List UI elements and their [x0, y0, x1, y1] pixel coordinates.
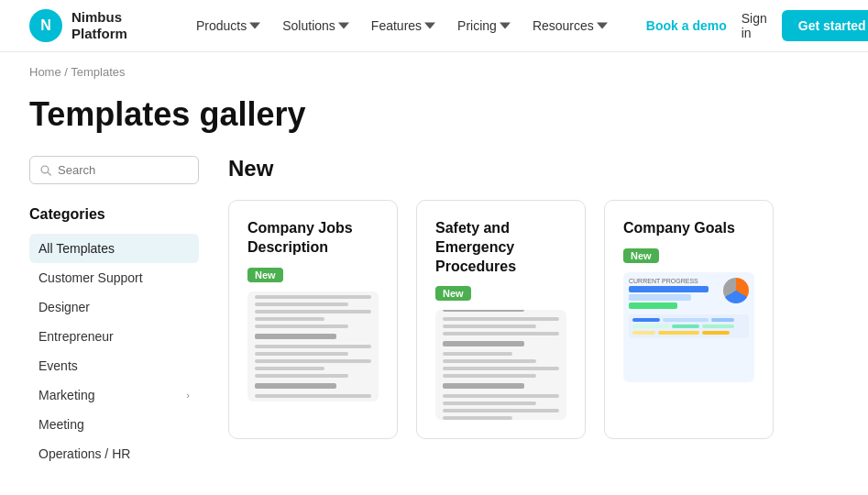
- nav-links: Products Solutions Features Pricing Reso…: [187, 13, 617, 38]
- brand-name: Nimbus Platform: [71, 9, 127, 42]
- sign-in-button[interactable]: Sign in: [742, 11, 767, 40]
- logo-area: N Nimbus Platform: [29, 9, 158, 42]
- cards-grid: Company Jobs Description New: [228, 200, 839, 439]
- card-safety-emergency[interactable]: Safety and Emergency Procedures New: [416, 200, 586, 439]
- card-company-jobs[interactable]: Company Jobs Description New: [228, 200, 398, 439]
- category-operations-hr[interactable]: Operations / HR: [29, 439, 199, 468]
- badge-company-goals: New: [623, 248, 659, 263]
- logo-icon: N: [29, 9, 62, 42]
- category-designer[interactable]: Designer: [29, 292, 199, 322]
- category-entrepreneur[interactable]: Entrepreneur: [29, 322, 199, 351]
- breadcrumb-current: Templates: [71, 65, 125, 79]
- nav-actions: Book a demo Sign in Get started free: [646, 10, 868, 41]
- search-box[interactable]: [29, 156, 199, 184]
- card-title-safety-emergency: Safety and Emergency Procedures: [435, 219, 566, 276]
- category-events[interactable]: Events: [29, 351, 199, 380]
- nav-item-resources[interactable]: Resources: [523, 13, 617, 38]
- card-title-company-jobs: Company Jobs Description: [247, 219, 379, 258]
- card-preview-safety-emergency: [435, 310, 566, 420]
- badge-company-jobs: New: [247, 268, 283, 282]
- book-demo-link[interactable]: Book a demo: [646, 18, 727, 33]
- card-company-goals[interactable]: Company Goals New CURRENT PROGRESS: [604, 200, 774, 439]
- search-icon: [39, 164, 52, 177]
- main-content: New Company Jobs Description New: [228, 156, 839, 468]
- nav-item-solutions[interactable]: Solutions: [273, 13, 358, 38]
- sidebar: Categories All Templates Customer Suppor…: [29, 156, 199, 468]
- category-marketing[interactable]: Marketing ›: [29, 380, 199, 410]
- navbar: N Nimbus Platform Products Solutions Fea…: [0, 0, 868, 52]
- breadcrumb: Home / Templates: [0, 52, 868, 84]
- chevron-right-icon: ›: [186, 390, 190, 401]
- nav-item-pricing[interactable]: Pricing: [448, 13, 520, 38]
- card-preview-company-goals: CURRENT PROGRESS: [623, 272, 754, 382]
- get-started-button[interactable]: Get started free: [782, 10, 868, 41]
- breadcrumb-home[interactable]: Home: [29, 65, 61, 79]
- svg-point-0: [41, 166, 49, 173]
- main-layout: Categories All Templates Customer Suppor…: [0, 156, 868, 468]
- category-customer-support[interactable]: Customer Support: [29, 263, 199, 292]
- category-all-templates[interactable]: All Templates: [29, 234, 199, 263]
- card-preview-company-jobs: [247, 292, 379, 402]
- page-title: Templates gallery: [29, 95, 839, 134]
- svg-line-1: [48, 172, 51, 176]
- nav-item-features[interactable]: Features: [362, 13, 445, 38]
- categories-title: Categories: [29, 206, 199, 223]
- category-meeting[interactable]: Meeting: [29, 410, 199, 439]
- nav-item-products[interactable]: Products: [187, 13, 269, 38]
- section-new-title: New: [228, 156, 839, 182]
- badge-safety-emergency: New: [435, 286, 471, 301]
- page-title-area: Templates gallery: [0, 84, 868, 156]
- card-title-company-goals: Company Goals: [623, 219, 754, 238]
- search-input[interactable]: [58, 163, 189, 177]
